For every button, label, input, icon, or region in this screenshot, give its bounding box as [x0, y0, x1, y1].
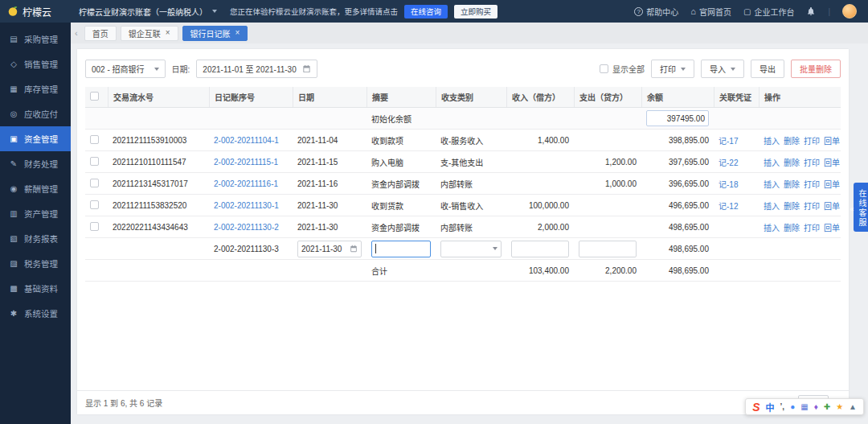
row-checkbox[interactable] — [90, 179, 99, 187]
delete-action[interactable]: 删除 — [784, 221, 800, 233]
sidebar-item-system-settings[interactable]: ✱ 系统设置 — [0, 301, 71, 326]
sidebar-item-finance-processing[interactable]: ✎ 财务处理 — [0, 151, 71, 176]
new-date-input[interactable]: 2021-11-30 — [297, 241, 362, 257]
delete-action[interactable]: 删除 — [784, 156, 800, 168]
journal-row: 20211211153910003 2-002-20211104-1 2021-… — [85, 130, 841, 151]
new-summary-input[interactable] — [371, 241, 431, 257]
sidebar-item-base-data[interactable]: ▩ 基础资料 — [0, 276, 71, 301]
delete-action[interactable]: 删除 — [784, 178, 800, 190]
enterprise-workspace-link[interactable]: 企业工作台 — [743, 6, 794, 18]
tab-home[interactable]: 首页 — [84, 26, 117, 41]
row-checkbox[interactable] — [90, 135, 99, 144]
online-service-widget[interactable]: 在线客服 « — [854, 183, 868, 232]
row-category: 内部转账 — [436, 221, 506, 233]
sidebar-item-purchase[interactable]: ▤ 采购管理 — [0, 27, 71, 51]
row-checkbox[interactable] — [90, 200, 99, 209]
account-set-select[interactable]: 柠檬云业财演示账套（一般纳税人） — [71, 6, 225, 18]
receipt-action[interactable]: 回单 — [824, 178, 840, 190]
row-income: 1,400.00 — [506, 136, 574, 145]
row-summary: 资金内部调拨 — [366, 221, 436, 233]
sidebar-item-funds[interactable]: ▣ 资金管理 — [0, 126, 71, 151]
sidebar-item-icon: ▣ — [9, 134, 18, 143]
row-checkbox[interactable] — [90, 222, 99, 231]
print-action[interactable]: 打印 — [804, 134, 820, 146]
bank-account-select[interactable]: 002 - 招商银行 — [85, 60, 166, 78]
ime-menu-icon[interactable] — [849, 403, 857, 411]
ime-mode-indicator[interactable]: 中 — [766, 401, 775, 414]
import-button[interactable]: 导入 — [701, 60, 744, 78]
tab-list: 首页 银企互联 银行日记账 — [84, 26, 248, 41]
insert-action[interactable]: 插入 — [764, 156, 780, 168]
tab-bank-enterprise-link[interactable]: 银企互联 — [121, 26, 178, 41]
print-action[interactable]: 打印 — [804, 200, 820, 212]
official-home-link[interactable]: 官网首页 — [690, 6, 731, 18]
insert-action[interactable]: 插入 — [764, 221, 780, 233]
ime-skin-icon[interactable] — [836, 403, 843, 411]
sidebar-item-assets[interactable]: ▥ 资产管理 — [0, 201, 71, 226]
receipt-action[interactable]: 回单 — [824, 134, 840, 146]
journal-no-link[interactable]: 2-002-20211130-1 — [214, 201, 279, 210]
insert-action[interactable]: 插入 — [764, 134, 780, 146]
user-avatar[interactable] — [842, 4, 857, 19]
ime-mic-icon[interactable] — [814, 403, 818, 411]
sidebar-item-payroll[interactable]: ◉ 薪酬管理 — [0, 176, 71, 201]
receipt-action[interactable]: 回单 — [824, 221, 840, 233]
ime-tool-icon[interactable] — [790, 403, 795, 411]
sidebar-item-receivable-payable[interactable]: ◎ 应收应付 — [0, 101, 71, 126]
col-actions: 操作 — [759, 87, 841, 107]
ime-keyboard-icon[interactable] — [800, 403, 808, 411]
sidebar-item-reports[interactable]: ▧ 财务报表 — [0, 226, 71, 251]
select-all-checkbox[interactable] — [90, 92, 99, 101]
col-journal-no: 日记账序号 — [209, 87, 293, 107]
new-income-input[interactable] — [511, 241, 569, 257]
insert-action[interactable]: 插入 — [764, 178, 780, 190]
sogou-logo-icon[interactable]: S — [752, 401, 760, 413]
voucher-link[interactable]: 记-22 — [719, 158, 738, 167]
print-action[interactable]: 打印 — [804, 156, 820, 168]
lemon-logo-icon — [7, 6, 18, 17]
app-logo[interactable]: 柠檬云 — [0, 5, 71, 19]
tab-scroll-left-icon[interactable] — [72, 28, 80, 38]
print-button[interactable]: 打印 — [651, 60, 694, 78]
home-icon — [690, 6, 696, 16]
voucher-link[interactable]: 记-12 — [719, 202, 738, 211]
buy-now-button[interactable]: 立即购买 — [454, 5, 497, 19]
delete-action[interactable]: 删除 — [784, 200, 800, 212]
print-action[interactable]: 打印 — [804, 221, 820, 233]
sidebar-item-label: 薪酬管理 — [24, 183, 58, 195]
tab-close-icon[interactable] — [166, 29, 170, 37]
new-category-select[interactable] — [440, 241, 502, 257]
new-expense-input[interactable] — [579, 241, 637, 257]
init-balance-input[interactable] — [646, 110, 709, 126]
sidebar-item-inventory[interactable]: ▦ 库存管理 — [0, 76, 71, 101]
date-range-picker[interactable]: 2021-11-01 至 2021-11-30 — [196, 60, 317, 78]
receipt-action[interactable]: 回单 — [824, 156, 840, 168]
sidebar-item-tax[interactable]: ▨ 税务管理 — [0, 251, 71, 276]
batch-delete-button[interactable]: 批量删除 — [791, 60, 841, 78]
insert-action[interactable]: 插入 — [764, 200, 780, 212]
print-action[interactable]: 打印 — [804, 178, 820, 190]
total-label: 合计 — [366, 265, 436, 277]
ime-tool-icon[interactable] — [824, 403, 830, 411]
row-balance: 396,695.00 — [641, 179, 714, 188]
ime-toolbar: S 中 ’, — [745, 398, 864, 415]
export-button[interactable]: 导出 — [751, 60, 784, 78]
journal-no-link[interactable]: 2-002-20211130-2 — [214, 223, 279, 232]
online-consult-button[interactable]: 在线咨询 — [404, 5, 448, 19]
ime-punct-indicator[interactable]: ’, — [780, 402, 785, 411]
tab-bank-journal[interactable]: 银行日记账 — [182, 26, 248, 41]
voucher-link[interactable]: 记-17 — [719, 137, 738, 146]
row-checkbox[interactable] — [90, 157, 99, 166]
show-all-checkbox[interactable]: 显示全部 — [600, 63, 645, 75]
help-center-link[interactable]: 帮助中心 — [634, 6, 678, 18]
journal-no-link[interactable]: 2-002-20211116-1 — [214, 179, 278, 188]
journal-no-link[interactable]: 2-002-20211115-1 — [214, 158, 278, 167]
notifications-button[interactable] — [806, 6, 816, 16]
sidebar-item-sales[interactable]: ◇ 销售管理 — [0, 51, 71, 76]
journal-no-link[interactable]: 2-002-20211104-1 — [214, 136, 279, 145]
delete-action[interactable]: 删除 — [784, 134, 800, 146]
voucher-link[interactable]: 记-18 — [719, 180, 738, 189]
receipt-action[interactable]: 回单 — [824, 200, 840, 212]
tab-close-icon[interactable] — [235, 29, 240, 37]
sidebar-item-label: 系统设置 — [24, 307, 58, 319]
